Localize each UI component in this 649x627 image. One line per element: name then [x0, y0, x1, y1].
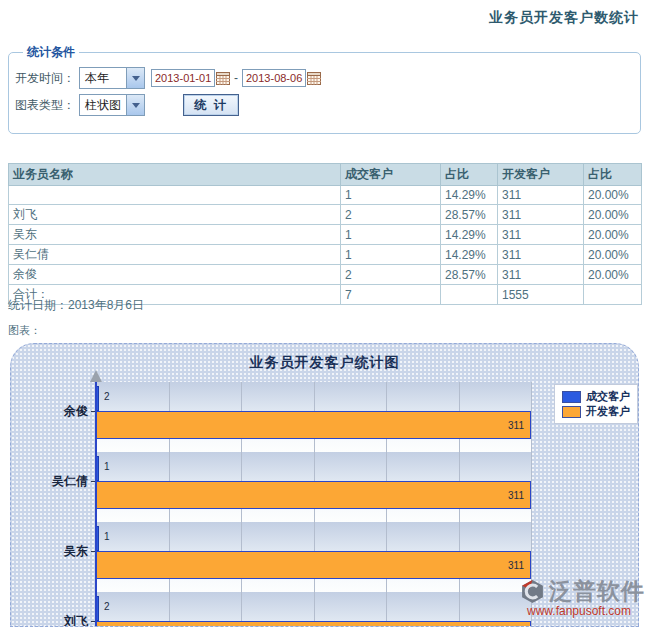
table-cell: 20.00% [584, 265, 642, 285]
period-select[interactable]: 本年 [79, 67, 145, 89]
bar-dev: 311 [96, 481, 531, 509]
legend-item: 成交客户 [562, 389, 630, 404]
table-cell: 1 [341, 245, 441, 265]
date-from-input[interactable] [151, 69, 215, 87]
filter-row-charttype: 图表类型： 柱状图 统 计 [15, 93, 632, 117]
table-cell: 20.00% [584, 186, 642, 205]
calendar-icon[interactable] [307, 72, 321, 85]
table-cell: 吴仁倩 [9, 245, 341, 265]
table-cell: 1555 [498, 285, 584, 305]
table-row: 114.29%31120.00% [9, 186, 642, 205]
table-cell: 7 [341, 285, 441, 305]
chart-title: 业务员开发客户统计图 [11, 354, 638, 372]
period-select-value: 本年 [80, 68, 126, 88]
dropdown-arrow-icon[interactable] [126, 95, 144, 115]
watermark-brand-row: 泛普软件 [519, 576, 645, 607]
table-row: 吴东114.29%31120.00% [9, 225, 642, 245]
brand-logo-icon [519, 579, 546, 604]
table-cell: 28.57% [441, 265, 498, 285]
stats-table: 业务员名称成交客户占比开发客户占比 114.29%31120.00%刘飞228.… [8, 163, 642, 305]
page-title: 业务员开发客户数统计 [489, 9, 639, 27]
date-to-input[interactable] [242, 69, 306, 87]
table-cell: 14.29% [441, 245, 498, 265]
chart-section-label: 图表： [8, 323, 41, 338]
legend-swatch-icon [562, 406, 581, 418]
table-row: 刘飞228.57%31120.00% [9, 205, 642, 225]
page: 业务员开发客户数统计 统计条件 开发时间： 本年 - 图表类型： [0, 0, 649, 627]
calendar-icon[interactable] [216, 72, 230, 85]
watermark-url: www.fanpusoft.com [519, 604, 645, 618]
bar-dev: 311 [96, 551, 531, 579]
column-header: 业务员名称 [9, 164, 341, 186]
dev-time-label: 开发时间： [15, 70, 79, 87]
table-cell: 吴东 [9, 225, 341, 245]
y-axis-line [95, 382, 97, 627]
bar-value-label: 1 [104, 531, 110, 542]
table-cell: 311 [498, 205, 584, 225]
bar-value-label: 2 [104, 391, 110, 402]
watermark: 泛普软件 www.fanpusoft.com [519, 576, 645, 618]
filter-row-devtime: 开发时间： 本年 - [15, 66, 632, 90]
bar-dev: 311 [96, 621, 531, 627]
category-label: 刘飞 [10, 613, 88, 627]
category-label: 吴东 [10, 543, 88, 560]
stats-date: 统计日期：2013年8月6日 [8, 297, 144, 314]
table-cell [441, 285, 498, 305]
column-header: 占比 [441, 164, 498, 186]
table-cell [584, 285, 642, 305]
legend-label: 成交客户 [586, 389, 630, 404]
table-cell: 20.00% [584, 205, 642, 225]
up-arrow-icon [90, 370, 102, 382]
table-cell [9, 186, 341, 205]
statistics-button[interactable]: 统 计 [183, 94, 239, 116]
bar-dev: 311 [96, 411, 531, 439]
table-cell: 14.29% [441, 186, 498, 205]
chart-legend: 成交客户开发客户 [554, 384, 638, 424]
chart-type-label: 图表类型： [15, 97, 79, 114]
legend-swatch-icon [562, 391, 581, 403]
column-header: 成交客户 [341, 164, 441, 186]
category-label: 吴仁倩 [10, 473, 88, 490]
table-row: 吴仁倩114.29%31120.00% [9, 245, 642, 265]
column-header: 占比 [584, 164, 642, 186]
table-cell: 20.00% [584, 245, 642, 265]
table-cell: 2 [341, 265, 441, 285]
filter-panel: 统计条件 开发时间： 本年 - 图表类型： 柱状图 [8, 44, 641, 134]
date-separator: - [234, 71, 238, 85]
table-body: 114.29%31120.00%刘飞228.57%31120.00%吴东114.… [9, 186, 642, 305]
bar-value-label: 2 [104, 601, 110, 612]
watermark-brand: 泛普软件 [549, 576, 645, 607]
category-label: 余俊 [10, 403, 88, 420]
table-cell: 余俊 [9, 265, 341, 285]
table-cell: 1 [341, 225, 441, 245]
table-cell: 14.29% [441, 225, 498, 245]
legend-item: 开发客户 [562, 404, 630, 419]
table-cell: 311 [498, 225, 584, 245]
dropdown-arrow-icon[interactable] [126, 68, 144, 88]
filter-legend: 统计条件 [23, 44, 79, 61]
chart-type-select[interactable]: 柱状图 [79, 94, 145, 116]
table-cell: 1 [341, 186, 441, 205]
table-cell: 311 [498, 265, 584, 285]
table-cell: 刘飞 [9, 205, 341, 225]
column-header: 开发客户 [498, 164, 584, 186]
bar-value-label: 1 [104, 461, 110, 472]
chart-type-select-value: 柱状图 [80, 95, 126, 115]
table-row: 余俊228.57%31120.00% [9, 265, 642, 285]
table-cell: 28.57% [441, 205, 498, 225]
table-header-row: 业务员名称成交客户占比开发客户占比 [9, 164, 642, 186]
table-cell: 311 [498, 245, 584, 265]
legend-label: 开发客户 [586, 404, 630, 419]
table-cell: 20.00% [584, 225, 642, 245]
chart-plot: 2311余俊1311吴仁倩1311吴东2311刘飞 [96, 382, 532, 627]
table-cell: 2 [341, 205, 441, 225]
table-cell: 311 [498, 186, 584, 205]
